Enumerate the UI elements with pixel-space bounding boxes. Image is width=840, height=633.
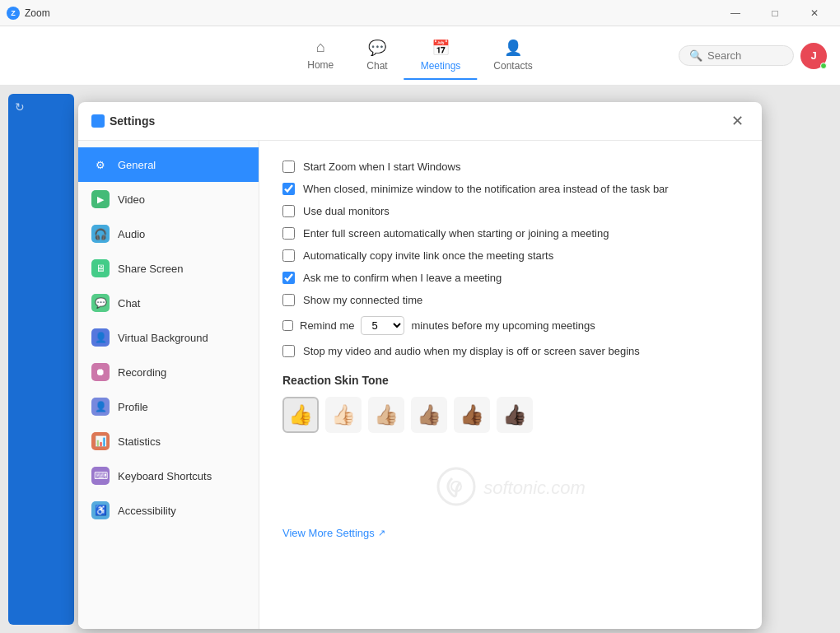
- general-icon: ⚙: [91, 156, 110, 174]
- softonic-logo-icon: [436, 466, 477, 507]
- nav-meetings-label: Meetings: [421, 60, 461, 72]
- watermark-text: softonic.com: [483, 477, 586, 499]
- profile-icon: 👤: [91, 398, 110, 416]
- external-link-icon: ↗: [378, 528, 385, 538]
- sidebar-sharescreen-label: Share Screen: [118, 263, 184, 275]
- modal-body: ⚙ General ▶ Video 🎧 Audio 🖥 Share Screen: [78, 141, 762, 629]
- nav-chat-label: Chat: [366, 60, 387, 72]
- home-icon: ⌂: [316, 39, 325, 56]
- sidebar-profile-label: Profile: [118, 401, 148, 413]
- video-icon: ▶: [91, 190, 110, 208]
- checkbox-confirm-leave: Ask me to confirm when I leave a meeting: [282, 272, 739, 284]
- virtualbg-icon: 👤: [91, 328, 110, 347]
- sidebar-video-label: Video: [118, 193, 145, 206]
- reaction-section: Reaction Skin Tone 👍 👍🏻 👍🏼 👍🏽 👍🏾 👍🏿: [282, 374, 739, 433]
- minimize-label: When closed, minimize window to the noti…: [303, 183, 669, 195]
- keyboard-icon: ⌨: [91, 467, 110, 485]
- nav-item-chat[interactable]: 💬 Chat: [350, 32, 404, 80]
- view-more-settings-link[interactable]: View More Settings ↗: [282, 527, 739, 539]
- remind-checkbox[interactable]: [282, 320, 293, 331]
- nav-contacts-label: Contacts: [493, 60, 532, 72]
- show-connected-checkbox[interactable]: [282, 294, 295, 306]
- remind-row: Remind me 5 10 15 20 30 minutes before m…: [282, 316, 739, 335]
- sidebar-item-virtualbg[interactable]: 👤 Virtual Background: [78, 320, 259, 355]
- checkbox-fullscreen: Enter full screen automatically when sta…: [282, 227, 739, 240]
- remind-select[interactable]: 5 10 15 20 30: [361, 316, 404, 335]
- fullscreen-checkbox[interactable]: [282, 227, 295, 240]
- sidebar-accessibility-label: Accessibility: [118, 505, 176, 517]
- checkbox-stop-video: Stop my video and audio when my display …: [282, 345, 739, 357]
- modal-title-area: Settings: [91, 114, 155, 128]
- sidebar-item-video[interactable]: ▶ Video: [78, 182, 259, 216]
- reaction-emojis: 👍 👍🏻 👍🏼 👍🏽 👍🏾 👍🏿: [282, 397, 739, 433]
- app-logo: Z: [7, 7, 20, 20]
- nav-item-contacts[interactable]: 👤 Contacts: [477, 32, 548, 80]
- nav-item-meetings[interactable]: 📅 Meetings: [404, 32, 478, 80]
- search-input[interactable]: [707, 49, 790, 62]
- minimize-button[interactable]: —: [716, 0, 754, 26]
- nav-right: 🔍 J: [679, 43, 827, 69]
- sidebar-audio-label: Audio: [118, 228, 145, 240]
- meetings-icon: 📅: [432, 39, 450, 57]
- sidebar-statistics-label: Statistics: [118, 435, 161, 448]
- fullscreen-label: Enter full screen automatically when sta…: [303, 227, 609, 240]
- stop-video-label: Stop my video and audio when my display …: [303, 345, 640, 357]
- sharescreen-icon: 🖥: [91, 259, 110, 277]
- confirm-leave-checkbox[interactable]: [282, 272, 295, 284]
- start-zoom-label: Start Zoom when I start Windows: [303, 161, 460, 173]
- checkbox-show-connected: Show my connected time: [282, 294, 739, 306]
- settings-modal: Settings ✕ ⚙ General ▶ Video: [78, 102, 762, 629]
- nav-center: ⌂ Home 💬 Chat 📅 Meetings 👤 Contacts: [291, 32, 548, 80]
- minimize-checkbox[interactable]: [282, 183, 295, 195]
- modal-title: Settings: [110, 114, 155, 128]
- settings-main-panel: Start Zoom when I start Windows When clo…: [259, 141, 762, 629]
- sidebar-item-audio[interactable]: 🎧 Audio: [78, 216, 259, 251]
- search-box[interactable]: 🔍: [679, 45, 794, 66]
- avatar-status-dot: [820, 63, 827, 69]
- checkbox-start-zoom: Start Zoom when I start Windows: [282, 161, 739, 173]
- emoji-btn-3[interactable]: 👍🏽: [411, 397, 447, 433]
- auto-copy-checkbox[interactable]: [282, 249, 295, 262]
- sidebar-item-keyboard[interactable]: ⌨ Keyboard Shortcuts: [78, 458, 259, 493]
- watermark-icon-container: [436, 466, 477, 510]
- nav-bar: ⌂ Home 💬 Chat 📅 Meetings 👤 Contacts 🔍 J: [0, 26, 840, 86]
- contacts-icon: 👤: [504, 39, 522, 57]
- modal-close-button[interactable]: ✕: [726, 112, 749, 130]
- sidebar-item-statistics[interactable]: 📊 Statistics: [78, 424, 259, 458]
- remind-suffix: minutes before my upcoming meetings: [411, 319, 595, 332]
- auto-copy-label: Automatically copy invite link once the …: [303, 249, 553, 262]
- audio-icon: 🎧: [91, 225, 110, 243]
- sidebar-virtualbg-label: Virtual Background: [118, 332, 208, 344]
- show-connected-label: Show my connected time: [303, 294, 422, 306]
- window-controls: — □ ✕: [716, 0, 833, 26]
- sidebar-item-accessibility[interactable]: ♿ Accessibility: [78, 493, 259, 528]
- sidebar-keyboard-label: Keyboard Shortcuts: [118, 470, 212, 482]
- emoji-btn-5[interactable]: 👍🏿: [497, 397, 533, 433]
- emoji-btn-4[interactable]: 👍🏾: [454, 397, 490, 433]
- settings-checkboxes: Start Zoom when I start Windows When clo…: [282, 161, 739, 357]
- search-icon: 🔍: [689, 49, 702, 62]
- sidebar-item-recording[interactable]: ⏺ Recording: [78, 355, 259, 389]
- emoji-btn-0[interactable]: 👍: [282, 397, 319, 433]
- sidebar-item-profile[interactable]: 👤 Profile: [78, 389, 259, 424]
- maximize-button[interactable]: □: [756, 0, 794, 26]
- dual-monitors-label: Use dual monitors: [303, 205, 390, 217]
- emoji-btn-2[interactable]: 👍🏼: [368, 397, 404, 433]
- stop-video-checkbox[interactable]: [282, 345, 295, 357]
- avatar: J: [800, 43, 827, 69]
- view-more-label: View More Settings: [282, 527, 375, 539]
- nav-item-home[interactable]: ⌂ Home: [291, 32, 350, 80]
- sidebar-item-chat[interactable]: 💬 Chat: [78, 286, 259, 320]
- start-zoom-checkbox[interactable]: [282, 161, 295, 173]
- sidebar-chat-label: Chat: [118, 297, 140, 310]
- app-title: Zoom: [25, 7, 50, 19]
- chat-icon: 💬: [91, 294, 110, 312]
- confirm-leave-label: Ask me to confirm when I leave a meeting: [303, 272, 502, 284]
- dual-monitors-checkbox[interactable]: [282, 205, 295, 217]
- sidebar-general-label: General: [118, 159, 156, 171]
- sidebar-item-general[interactable]: ⚙ General: [78, 147, 259, 182]
- sidebar-item-sharescreen[interactable]: 🖥 Share Screen: [78, 251, 259, 286]
- emoji-btn-1[interactable]: 👍🏻: [325, 397, 362, 433]
- settings-sidebar: ⚙ General ▶ Video 🎧 Audio 🖥 Share Screen: [78, 141, 259, 629]
- close-button[interactable]: ✕: [796, 0, 833, 26]
